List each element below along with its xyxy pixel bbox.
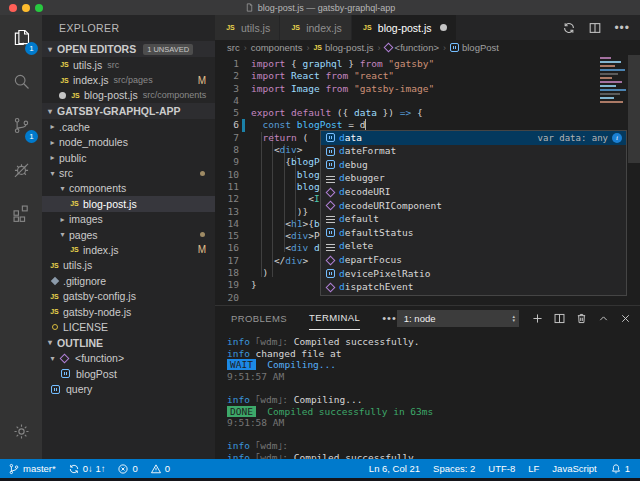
status-item-utf-8[interactable]: UTF-8 <box>488 463 515 474</box>
open-editors-header[interactable]: ▾ OPEN EDITORS 1 UNSAVED <box>42 41 215 57</box>
suggest-item-debugger[interactable]: debugger <box>321 172 626 186</box>
more-actions-icon[interactable]: ••• <box>614 21 630 35</box>
suggest-item-defaultStatus[interactable]: defaultStatus <box>321 226 626 240</box>
tree-item-blog-post-js[interactable]: JSblog-post.js <box>42 196 215 211</box>
code-text: blog <box>251 169 320 181</box>
close-window-button[interactable] <box>9 4 17 12</box>
open-editor-blog-post-js[interactable]: JSblog-post.jssrc/components <box>42 88 215 103</box>
panel-more-icon[interactable]: ••• <box>382 312 397 324</box>
status-item-spaces-2[interactable]: Spaces: 2 <box>433 463 475 474</box>
tree-item-components[interactable]: ▾components <box>42 181 215 196</box>
suggest-item-decodeURIComponent[interactable]: decodeURIComponent <box>321 199 626 213</box>
activity-item-extensions[interactable] <box>0 191 42 235</box>
breadcrumb-item-components[interactable]: components <box>251 42 303 53</box>
suggest-item-delete[interactable]: delete <box>321 240 626 254</box>
function-symbol-icon <box>326 255 336 265</box>
tree-item--gitignore[interactable]: .gitignore <box>42 273 215 288</box>
tree-item--cache[interactable]: ▸.cache <box>42 119 215 134</box>
tree-item-index-js[interactable]: JSindex.jsM <box>42 242 215 257</box>
activity-item-settings[interactable] <box>0 409 42 453</box>
chevron-right-icon: › <box>378 43 381 53</box>
panel-tab-terminal[interactable]: TERMINAL <box>309 306 360 330</box>
minimize-window-button[interactable] <box>22 4 30 12</box>
outline-item--function-[interactable]: ▾<function> <box>42 351 215 366</box>
minimap[interactable] <box>600 57 627 105</box>
suggest-item-debug[interactable]: debug <box>321 158 626 172</box>
breadcrumb-item-blogpost[interactable]: blogPost <box>462 42 499 53</box>
tree-item-pages[interactable]: ▾pages <box>42 227 215 242</box>
open-editor-index-js[interactable]: JSindex.jssrc/pagesM <box>42 72 215 87</box>
kill-terminal-icon[interactable] <box>575 312 588 325</box>
synchronize-changes-icon[interactable] <box>562 21 576 35</box>
terminal-line: DONE Compiled successfully in 63ms <box>227 406 640 418</box>
item-label: node_modules <box>59 136 128 148</box>
project-header[interactable]: ▾ GATSBY-GRAPHQL-APP <box>42 103 215 119</box>
editor-tab-index-js[interactable]: JSindex.js <box>280 15 352 40</box>
suggest-item-devicePixelRatio[interactable]: devicePixelRatio <box>321 267 626 281</box>
traffic-lights <box>9 4 43 12</box>
close-panel-icon[interactable] <box>619 312 632 325</box>
tree-item-node-modules[interactable]: ▸node_modules <box>42 135 215 150</box>
code-text: <h1>{b <box>251 218 320 230</box>
code-area[interactable]: 1import { graphql } from "gatsby"2import… <box>215 55 640 305</box>
status-item-0[interactable]: 0 <box>150 463 170 475</box>
open-editor-utils-js[interactable]: JSutils.jssrc <box>42 57 215 72</box>
item-label: blog-post.js <box>83 198 137 210</box>
split-terminal-icon[interactable] <box>553 312 566 325</box>
activity-item-source-control[interactable]: 1 <box>0 103 42 147</box>
gear-icon <box>11 421 32 442</box>
unsaved-dot-icon <box>440 24 447 31</box>
line-number: 1 <box>215 58 239 70</box>
activity-item-debug[interactable] <box>0 147 42 191</box>
terminal-output[interactable]: info ｢wdm｣: Compiled successfully.info c… <box>215 330 640 464</box>
outline-item-blogpost[interactable]: blogPost <box>42 366 215 381</box>
activity-item-explorer[interactable]: 1 <box>0 15 42 59</box>
item-description: src <box>107 60 119 70</box>
tree-item-src[interactable]: ▾src <box>42 165 215 180</box>
tree-item-gatsby-node-js[interactable]: JSgatsby-node.js <box>42 304 215 319</box>
suggest-item-dateFormat[interactable]: dateFormat <box>321 145 626 159</box>
activity-item-search[interactable] <box>0 59 42 103</box>
maximize-panel-icon[interactable] <box>597 312 610 325</box>
explorer-sidebar: EXPLORER ▾ OPEN EDITORS 1 UNSAVED JSutil… <box>42 15 215 459</box>
tree-item-images[interactable]: ▸images <box>42 212 215 227</box>
minimap-line <box>600 93 620 95</box>
tree-item-utils-js[interactable]: JSutils.js <box>42 258 215 273</box>
suggest-item-default[interactable]: default <box>321 213 626 227</box>
editor-tab-utils-js[interactable]: JSutils.js <box>215 15 280 40</box>
editor-tab-blog-post-js[interactable]: JSblog-post.js <box>352 15 457 40</box>
suggest-item-departFocus[interactable]: departFocus <box>321 253 626 267</box>
outline-header[interactable]: ▾ OUTLINE <box>42 335 215 351</box>
info-icon[interactable]: i <box>612 133 622 143</box>
zoom-window-button[interactable] <box>35 4 43 12</box>
tree-item-gatsby-config-js[interactable]: JSgatsby-config.js <box>42 288 215 303</box>
outline-item-query[interactable]: query <box>42 381 215 396</box>
terminal-select[interactable]: 1: node ▴▾ <box>397 310 519 327</box>
status-item-0-1-[interactable]: 0↓ 1↑ <box>68 463 106 475</box>
panel-tab-problems[interactable]: PROBLEMS <box>231 306 287 330</box>
status-item-javascript[interactable]: JavaScript <box>552 463 596 474</box>
new-terminal-icon[interactable] <box>531 312 544 325</box>
status-item-1[interactable]: 1 <box>610 463 630 475</box>
line-number: 13 <box>215 206 239 218</box>
breadcrumb-item--function-[interactable]: <function> <box>395 42 439 53</box>
status-item-0[interactable]: 0 <box>117 463 137 475</box>
git-modified-dot-icon <box>200 232 205 237</box>
tree-item-public[interactable]: ▸public <box>42 150 215 165</box>
breadcrumb-item-src[interactable]: src <box>227 42 240 53</box>
minimap-line <box>600 85 616 87</box>
status-item-master-[interactable]: master* <box>8 463 56 475</box>
js-file-icon: JS <box>68 200 81 207</box>
tree-item-license[interactable]: LICENSE <box>42 319 215 334</box>
status-left: master*0↓ 1↑00 <box>0 463 170 475</box>
breadcrumb-item-blog-post-js[interactable]: blog-post.js <box>325 42 374 53</box>
suggest-item-dispatchEvent[interactable]: dispatchEvent <box>321 281 626 295</box>
editor-scrollbar[interactable] <box>628 55 640 163</box>
item-label: gatsby-config.js <box>63 290 136 302</box>
suggest-item-data[interactable]: datavar data: anyi <box>321 131 626 145</box>
activity-bar: 11 <box>0 15 42 459</box>
suggest-item-decodeURI[interactable]: decodeURI <box>321 185 626 199</box>
status-item-ln-6-col-21[interactable]: Ln 6, Col 21 <box>369 463 420 474</box>
split-editor-icon[interactable] <box>588 21 602 35</box>
status-item-lf[interactable]: LF <box>528 463 539 474</box>
